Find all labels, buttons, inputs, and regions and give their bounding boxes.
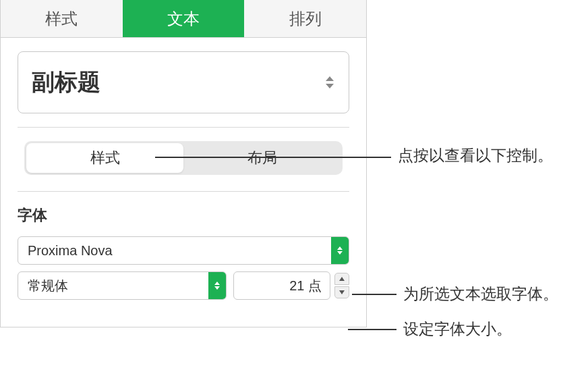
- divider: [18, 191, 349, 192]
- tab-arrange[interactable]: 排列: [244, 0, 366, 37]
- font-family-value: Proxima Nova: [28, 243, 113, 259]
- select-arrows-icon: [331, 237, 349, 264]
- tab-style[interactable]: 样式: [1, 0, 123, 37]
- chevron-up-icon: [339, 277, 345, 281]
- paragraph-style-label: 副标题: [32, 67, 100, 98]
- font-size-stepper: [334, 271, 349, 300]
- callout-line: [348, 329, 396, 330]
- chevron-updown-icon: [324, 74, 335, 91]
- callout-line: [352, 294, 396, 295]
- font-size-group: 21 点: [233, 271, 349, 300]
- tab-text[interactable]: 文本: [123, 0, 245, 37]
- subtab-layout-label: 布局: [247, 148, 277, 168]
- callout-line: [155, 157, 391, 158]
- callout-font-size: 设定字体大小。: [403, 319, 512, 340]
- callout-subtab: 点按以查看以下控制。: [398, 145, 553, 166]
- inspector-tabs: 样式 文本 排列: [1, 0, 366, 38]
- panel-content: 副标题 样式 布局 字体 Proxima Nova: [1, 38, 366, 327]
- subtab-segmented: 样式 布局: [24, 141, 343, 175]
- paragraph-style-dropdown[interactable]: 副标题: [18, 51, 349, 113]
- divider: [18, 127, 349, 128]
- tab-style-label: 样式: [45, 8, 78, 30]
- font-size-value: 21 点: [289, 277, 322, 295]
- font-size-input[interactable]: 21 点: [233, 271, 330, 300]
- font-controls-row: 常规体 21 点: [18, 271, 349, 300]
- stepper-up-button[interactable]: [334, 273, 349, 285]
- stepper-down-button[interactable]: [334, 286, 349, 298]
- font-weight-value: 常规体: [28, 277, 68, 295]
- tab-text-label: 文本: [167, 8, 200, 30]
- font-family-row: Proxima Nova: [18, 236, 349, 265]
- chevron-down-icon: [339, 290, 345, 294]
- tab-arrange-label: 排列: [289, 8, 322, 30]
- inspector-panel: 样式 文本 排列 副标题 样式 布局 字体: [0, 0, 367, 327]
- font-weight-select[interactable]: 常规体: [18, 271, 227, 300]
- subtab-style-label: 样式: [90, 148, 120, 168]
- select-arrows-icon: [208, 272, 226, 299]
- callout-font-family: 为所选文本选取字体。: [403, 284, 558, 305]
- font-family-select[interactable]: Proxima Nova: [18, 236, 349, 265]
- subtab-style[interactable]: 样式: [26, 143, 183, 173]
- subtab-layout[interactable]: 布局: [183, 143, 341, 173]
- font-section-label: 字体: [18, 205, 349, 226]
